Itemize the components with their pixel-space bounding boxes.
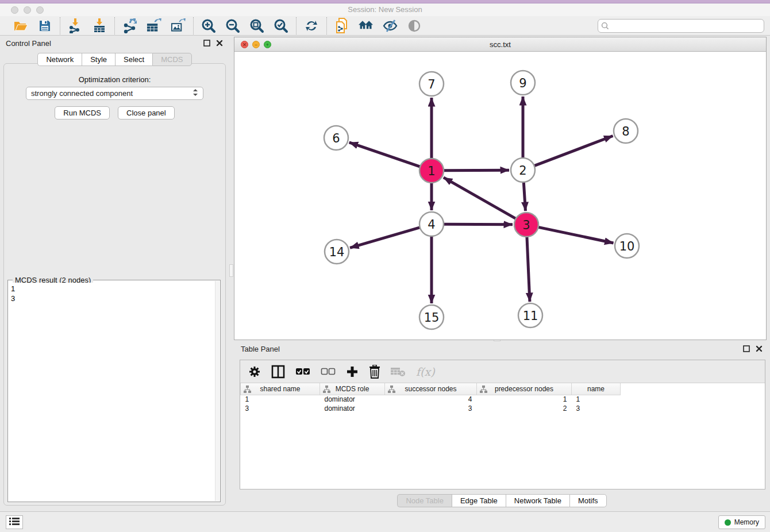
zoom-in-button[interactable]	[201, 18, 216, 33]
import-table-button[interactable]	[92, 18, 107, 33]
run-mcds-button[interactable]: Run MCDS	[55, 106, 110, 119]
add-column-button[interactable]	[346, 365, 359, 378]
close-panel-button[interactable]: Close panel	[118, 106, 175, 119]
column-header-predecessor-nodes[interactable]: predecessor nodes	[477, 383, 572, 395]
export-network-button[interactable]	[122, 18, 137, 33]
memory-button[interactable]: Memory	[718, 515, 765, 529]
table-cell[interactable]: 1	[572, 395, 621, 404]
clone-network-button[interactable]	[334, 18, 349, 33]
graph-node-15[interactable]: 15	[419, 305, 444, 329]
graph-node-2[interactable]: 2	[511, 158, 535, 182]
select-all-columns-button[interactable]	[295, 368, 310, 375]
node-label: 4	[428, 218, 435, 232]
table-cell[interactable]: 3	[572, 404, 621, 413]
result-scrollbar[interactable]	[215, 281, 220, 501]
graph-node-6[interactable]: 6	[324, 126, 348, 150]
table-cell[interactable]: 3	[385, 404, 477, 413]
table-cell[interactable]: 3	[241, 404, 320, 413]
node-label: 11	[523, 309, 538, 323]
table-cell[interactable]: 1	[241, 395, 320, 404]
network-titlebar[interactable]: ✕ − + scc.txt	[234, 37, 766, 52]
function-builder-button[interactable]: f(x)	[416, 365, 435, 378]
edge-3-1[interactable]	[444, 178, 516, 219]
import-network-button[interactable]	[68, 18, 83, 33]
edge-2-8[interactable]	[534, 136, 613, 166]
table-panel-tabs: Node TableEdge TableNetwork TableMotifs	[234, 494, 770, 507]
edge-3-10[interactable]	[538, 227, 614, 243]
delete-column-button[interactable]	[369, 365, 380, 379]
table-cell[interactable]: 1	[477, 395, 572, 404]
graph-node-3[interactable]: 3	[514, 213, 538, 237]
graph-node-9[interactable]: 9	[511, 71, 535, 95]
edge-1-6[interactable]	[349, 142, 420, 167]
tab-network[interactable]: Network	[37, 53, 82, 66]
column-header-name[interactable]: name	[572, 383, 621, 395]
table-settings-button[interactable]	[248, 365, 261, 378]
node-label: 1	[428, 164, 435, 178]
close-table-panel-icon[interactable]	[755, 345, 763, 353]
tab-select[interactable]: Select	[115, 53, 152, 66]
zoom-out-button[interactable]	[225, 18, 240, 33]
zoom-selected-button[interactable]	[274, 18, 288, 33]
export-image-button[interactable]	[171, 18, 186, 33]
control-panel: Control Panel NetworkStyleSelectMCDS Opt…	[0, 36, 229, 511]
tab-network-table[interactable]: Network Table	[506, 494, 569, 507]
main-toolbar	[0, 16, 770, 36]
node-label: 10	[619, 240, 635, 253]
hide-panel-button[interactable]	[383, 18, 398, 33]
main-titlebar: Session: New Session	[0, 3, 770, 16]
table-cell[interactable]: 4	[385, 395, 477, 404]
split-view-button[interactable]	[271, 365, 285, 379]
task-history-button[interactable]	[6, 515, 23, 529]
float-panel-icon[interactable]	[203, 39, 211, 47]
node-label: 7	[428, 78, 435, 91]
destroy-table-button[interactable]	[391, 367, 406, 377]
column-header-successor-nodes[interactable]: successor nodes	[385, 383, 477, 395]
vertical-splitter[interactable]	[229, 36, 234, 511]
table-cell[interactable]: dominator	[320, 395, 385, 404]
status-bar: Memory	[0, 511, 770, 532]
tab-style[interactable]: Style	[82, 53, 115, 66]
edge-1-2[interactable]	[444, 170, 509, 171]
table-cell[interactable]: dominator	[320, 404, 385, 413]
graph-node-4[interactable]: 4	[419, 212, 444, 236]
graph-node-14[interactable]: 14	[325, 240, 349, 264]
deselect-all-columns-button[interactable]	[321, 368, 336, 375]
refresh-button[interactable]	[304, 18, 319, 33]
graph-node-11[interactable]: 11	[518, 303, 542, 327]
graph-node-10[interactable]: 10	[615, 234, 639, 258]
save-session-button[interactable]	[37, 18, 52, 33]
table-panel-title: Table Panel	[241, 345, 280, 353]
tab-motifs[interactable]: Motifs	[569, 494, 607, 507]
tab-mcds[interactable]: MCDS	[152, 53, 191, 66]
memory-status-icon	[725, 519, 731, 526]
graph-node-8[interactable]: 8	[614, 119, 638, 143]
float-table-panel-icon[interactable]	[742, 345, 750, 353]
splitter-handle[interactable]	[229, 264, 233, 277]
edge-4-3[interactable]	[444, 224, 513, 225]
table-row[interactable]: 3dominator323	[241, 404, 765, 413]
show-panel-button[interactable]	[407, 18, 422, 33]
network-graph[interactable]: 7968124314101511	[234, 52, 766, 340]
open-session-button[interactable]	[13, 18, 28, 33]
optimization-dropdown[interactable]: strongly connected component	[26, 87, 203, 100]
close-panel-icon[interactable]	[215, 39, 224, 47]
tab-node-table[interactable]: Node Table	[397, 494, 452, 507]
edge-2-3[interactable]	[523, 182, 525, 211]
edge-4-14[interactable]	[350, 228, 420, 248]
table-row[interactable]: 1dominator411	[241, 395, 765, 404]
edge-3-11[interactable]	[527, 237, 530, 302]
zoom-fit-button[interactable]	[249, 18, 264, 33]
tab-edge-table[interactable]: Edge Table	[452, 494, 506, 507]
export-table-button[interactable]	[147, 18, 161, 33]
graph-node-7[interactable]: 7	[419, 72, 444, 96]
column-header-shared-name[interactable]: shared name	[241, 383, 320, 395]
mcds-result-text[interactable]: 1 3	[9, 283, 215, 501]
home-button[interactable]	[359, 18, 374, 33]
search-input[interactable]	[598, 19, 764, 33]
tree-icon	[244, 385, 251, 395]
node-table: shared nameMCDS rolesuccessor nodesprede…	[240, 383, 765, 413]
table-cell[interactable]: 2	[477, 404, 572, 413]
graph-node-1[interactable]: 1	[419, 159, 444, 183]
column-header-MCDS-role[interactable]: MCDS role	[320, 383, 385, 395]
